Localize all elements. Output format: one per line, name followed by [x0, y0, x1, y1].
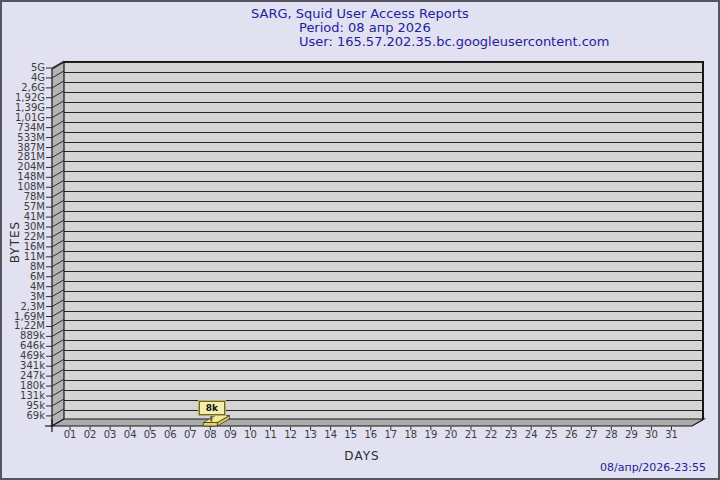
x-tick-label: 03 [99, 429, 121, 441]
y-tick-label: 69k [5, 410, 45, 421]
report-user: User: 165.57.202.35.bc.googleusercontent… [299, 34, 609, 49]
x-tick-label: 27 [580, 429, 602, 441]
x-tick-label: 07 [179, 429, 201, 441]
x-tick-label: 16 [360, 429, 382, 441]
gridline [64, 102, 702, 103]
gridline [64, 191, 702, 192]
x-tick-label: 09 [219, 429, 241, 441]
x-tick-label: 15 [340, 429, 362, 441]
x-tick-label: 22 [480, 429, 502, 441]
gridline [64, 92, 702, 93]
x-tick-label: 26 [560, 429, 582, 441]
report-period: Period: 08 апр 2026 [299, 20, 431, 35]
x-tick-label: 17 [380, 429, 402, 441]
gridline [64, 112, 702, 113]
gridline [64, 221, 702, 222]
x-tick-label: 18 [400, 429, 422, 441]
x-axis-title: DAYS [262, 449, 462, 463]
gridline [64, 390, 702, 391]
gridline [64, 181, 702, 182]
x-tick-label: 20 [440, 429, 462, 441]
gridline [64, 251, 702, 252]
x-tick-label: 28 [600, 429, 622, 441]
gridline [64, 82, 702, 83]
gridline [64, 291, 702, 292]
x-tick-label: 31 [661, 429, 683, 441]
y-axis-title: BYTES [8, 212, 22, 272]
gridline [64, 360, 702, 361]
gridline [64, 311, 702, 312]
generation-timestamp: 08/апр/2026-23:55 [600, 461, 706, 474]
gridline [64, 271, 702, 272]
gridline [64, 330, 702, 331]
gridline [64, 122, 702, 123]
x-tick-label: 02 [79, 429, 101, 441]
gridline [64, 231, 702, 232]
x-tick-label: 01 [59, 429, 81, 441]
x-tick-label: 10 [239, 429, 261, 441]
chart-plot-area [64, 61, 704, 419]
x-tick-label: 29 [620, 429, 642, 441]
x-tick-label: 11 [260, 429, 282, 441]
x-tick-label: 19 [420, 429, 442, 441]
x-tick-label: 12 [280, 429, 302, 441]
report-title: SARG, Squid User Access Reports [2, 6, 718, 21]
gridline [64, 62, 702, 63]
x-tick-label: 25 [540, 429, 562, 441]
gridline [64, 340, 702, 341]
x-tick-label: 04 [119, 429, 141, 441]
bar-value-label: 8k [199, 401, 225, 415]
gridline [64, 281, 702, 282]
x-tick-label: 24 [520, 429, 542, 441]
gridline [64, 151, 702, 152]
gridline [64, 350, 702, 351]
x-tick-label: 06 [159, 429, 181, 441]
x-tick-label: 08 [199, 429, 221, 441]
x-tick-label: 05 [139, 429, 161, 441]
x-tick-label: 13 [300, 429, 322, 441]
gridline [64, 161, 702, 162]
gridline [64, 380, 702, 381]
sarg-report-page: { "page": { "title": "SARG, Squid User A… [0, 0, 720, 480]
gridline [64, 301, 702, 302]
gridline [64, 320, 702, 321]
gridline [64, 72, 702, 73]
gridline [64, 261, 702, 262]
gridline [64, 410, 702, 411]
gridline [64, 400, 702, 401]
gridline [64, 370, 702, 371]
x-tick-label: 30 [640, 429, 662, 441]
gridline [64, 211, 702, 212]
gridline [64, 171, 702, 172]
gridline [64, 201, 702, 202]
gridline [64, 132, 702, 133]
x-tick-label: 23 [500, 429, 522, 441]
gridline [64, 142, 702, 143]
gridline [64, 241, 702, 242]
x-tick-label: 21 [460, 429, 482, 441]
x-tick-label: 14 [320, 429, 342, 441]
